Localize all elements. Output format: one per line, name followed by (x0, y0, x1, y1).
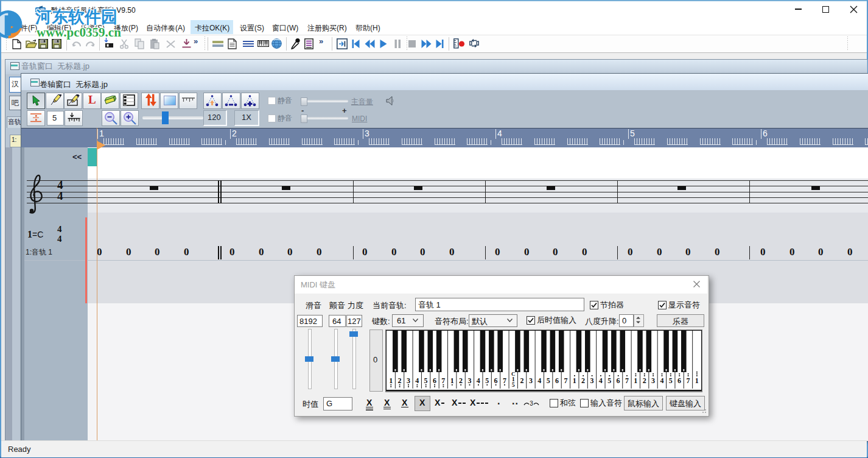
svg-text:2: 2 (643, 376, 646, 385)
svg-text:6: 6 (494, 376, 498, 385)
svg-text:6: 6 (677, 376, 681, 385)
svg-text:7: 7 (564, 376, 567, 385)
svg-text:7: 7 (625, 376, 629, 385)
svg-text:5: 5 (669, 376, 673, 385)
svg-text:5: 5 (547, 376, 550, 385)
svg-text:4: 4 (415, 376, 419, 385)
svg-text:3: 3 (529, 376, 533, 385)
svg-text:1: 1 (573, 376, 576, 385)
svg-text:4: 4 (599, 376, 603, 385)
svg-text:2: 2 (398, 376, 402, 385)
svg-text:3: 3 (530, 400, 533, 407)
svg-text:4: 4 (537, 376, 541, 385)
svg-text:3: 3 (407, 376, 410, 385)
svg-text:3: 3 (590, 376, 594, 385)
svg-text:3: 3 (467, 376, 471, 385)
svg-text:1: 1 (450, 376, 454, 385)
svg-text:4: 4 (477, 376, 480, 385)
svg-text:6: 6 (433, 376, 436, 385)
svg-text:3: 3 (651, 376, 655, 385)
svg-text:1: 1 (389, 376, 393, 385)
svg-text:6: 6 (617, 376, 620, 385)
svg-text:5: 5 (607, 376, 611, 385)
svg-text:5: 5 (424, 376, 428, 385)
svg-text:5: 5 (512, 381, 515, 388)
svg-text:2: 2 (520, 376, 524, 385)
svg-text:2: 2 (581, 376, 585, 385)
svg-text:1: 1 (634, 376, 637, 385)
svg-text:1: 1 (695, 376, 699, 385)
svg-text:4: 4 (660, 376, 663, 385)
svg-text:5: 5 (485, 376, 489, 385)
svg-text:7: 7 (503, 376, 506, 385)
svg-text:7: 7 (441, 376, 445, 385)
svg-text:2: 2 (459, 376, 463, 385)
svg-text:7: 7 (687, 376, 690, 385)
svg-text:6: 6 (555, 376, 559, 385)
